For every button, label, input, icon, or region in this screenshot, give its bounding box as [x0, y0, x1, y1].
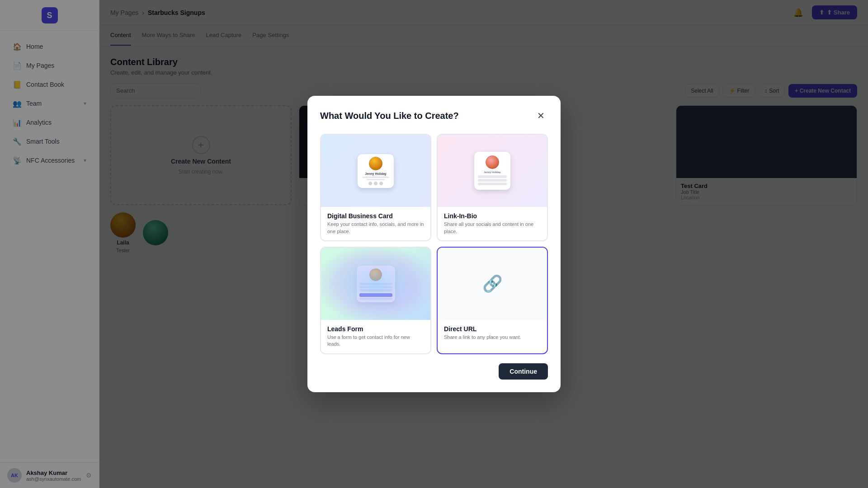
direct-url-info: Direct URL Share a link to any place you…: [438, 320, 547, 346]
link-in-bio-desc: Share all your socials and content in on…: [444, 221, 541, 235]
option-leads-form[interactable]: Leads Form Use a form to get contact inf…: [320, 247, 431, 354]
modal-backdrop: What Would You Like to Create? ✕ Jenny H…: [0, 0, 868, 488]
mock-link-avatar: [486, 155, 499, 169]
link-in-bio-preview: Jenny Holiday: [438, 135, 547, 207]
leads-form-info: Leads Form Use a form to get contact inf…: [321, 320, 430, 353]
digital-card-info: Digital Business Card Keep your contact …: [321, 207, 430, 240]
modal-footer: Continue: [320, 363, 548, 380]
mock-phone-digital: Jenny Holiday: [358, 154, 394, 188]
direct-url-preview: 🔗: [438, 248, 547, 320]
mock-dot-3: [379, 182, 383, 185]
continue-button[interactable]: Continue: [499, 363, 548, 380]
option-digital-business-card[interactable]: Jenny Holiday Digital Business Card Keep…: [320, 134, 431, 241]
mock-name: Jenny Holiday: [360, 172, 391, 175]
mock-link-bio: Jenny Holiday: [474, 152, 510, 190]
avatar-img-2: [486, 155, 499, 169]
mock-avatar: [369, 157, 382, 170]
option-link-in-bio[interactable]: Jenny Holiday Link-In-Bio Share all your…: [437, 134, 548, 241]
mock-btn-3: [478, 183, 507, 185]
direct-url-name: Direct URL: [444, 325, 541, 333]
mock-line-2: [367, 179, 385, 180]
glow-overlay: [321, 248, 430, 320]
mock-dot-1: [368, 182, 372, 185]
leads-form-name: Leads Form: [327, 325, 424, 333]
create-modal: What Would You Like to Create? ✕ Jenny H…: [307, 96, 561, 392]
leads-form-preview: [321, 248, 430, 320]
digital-card-desc: Keep your contact info, socials, and mor…: [327, 221, 424, 235]
mock-icons: [360, 182, 391, 185]
mock-btn-2: [478, 179, 507, 182]
digital-card-preview: Jenny Holiday: [321, 135, 430, 207]
avatar-img: [369, 157, 382, 170]
modal-title: What Would You Like to Create?: [320, 111, 459, 121]
continue-label: Continue: [509, 368, 537, 375]
digital-card-name: Digital Business Card: [327, 212, 424, 220]
mock-btn-1: [478, 175, 507, 178]
mock-link-name: Jenny Holiday: [477, 171, 508, 174]
modal-header: What Would You Like to Create? ✕: [320, 108, 548, 123]
modal-close-button[interactable]: ✕: [533, 108, 548, 123]
link-in-bio-name: Link-In-Bio: [444, 212, 541, 220]
direct-url-desc: Share a link to any place you want.: [444, 334, 541, 341]
mock-dot-2: [374, 182, 377, 185]
close-icon: ✕: [537, 110, 545, 121]
mock-line-1: [362, 177, 389, 178]
leads-form-desc: Use a form to get contact info for new l…: [327, 334, 424, 348]
option-direct-url[interactable]: 🔗 Direct URL Share a link to any place y…: [437, 247, 548, 354]
modal-options-grid: Jenny Holiday Digital Business Card Keep…: [320, 134, 548, 354]
leads-form-bg-wrap: [321, 248, 430, 320]
link-chain-icon: 🔗: [482, 274, 503, 293]
link-in-bio-info: Link-In-Bio Share all your socials and c…: [438, 207, 547, 240]
